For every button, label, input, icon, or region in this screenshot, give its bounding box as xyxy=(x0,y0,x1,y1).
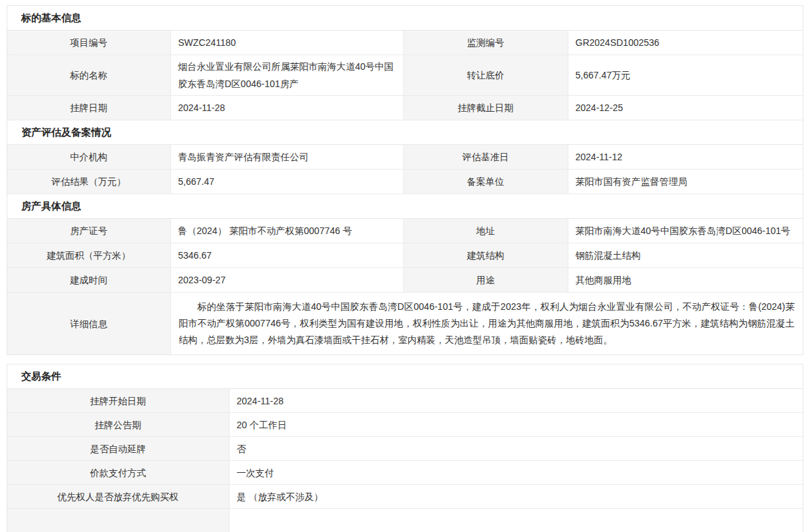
basic-info-table: 项目编号 SWZC241180 监测编号 GR2024SD1002536 标的名… xyxy=(7,31,803,120)
field-label-cutoff xyxy=(7,509,229,532)
field-label-appraisal-base-date: 评估基准日 xyxy=(403,145,568,170)
field-value-deed-no: 鲁（2024） 莱阳市不动产权第0007746 号 xyxy=(170,219,403,243)
field-value-completion-date: 2023-09-27 xyxy=(170,268,403,293)
field-value-announcement-period: 20 个工作日 xyxy=(229,413,803,437)
field-label-preemptive-right-waiver: 优先权人是否放弃优先购买权 xyxy=(7,485,229,509)
field-value-agency: 青岛振青资产评估有限责任公司 xyxy=(170,145,403,170)
asset-listing-page: 标的基本信息 项目编号 SWZC241180 监测编号 GR2024SD1002… xyxy=(0,0,806,532)
field-label-auto-extension: 是否自动延牌 xyxy=(7,437,229,461)
trade-conditions-table: 挂牌开始日期 2024-11-28 挂牌公告期 20 个工作日 是否自动延牌 否… xyxy=(7,389,803,532)
field-label-detail-info: 详细信息 xyxy=(7,293,170,355)
table-row: 优先权人是否放弃优先购买权 是 （放弃或不涉及） xyxy=(7,485,803,509)
field-value-target-name: 烟台永业置业有限公司所属莱阳市南海大道40号中国胶东香岛湾D区0046-101房… xyxy=(170,55,403,96)
field-label-structure: 建筑结构 xyxy=(403,243,568,268)
field-value-cutoff xyxy=(229,509,803,532)
field-label-deed-no: 房产证号 xyxy=(7,219,170,243)
section-title-trade-conditions: 交易条件 xyxy=(7,364,803,389)
table-row: 价款支付方式 一次支付 xyxy=(7,461,803,485)
table-row: 挂牌日期 2024-11-28 挂牌截止日期 2024-12-25 xyxy=(7,96,803,120)
table-row: 房产证号 鲁（2024） 莱阳市不动产权第0007746 号 地址 莱阳市南海大… xyxy=(7,219,803,243)
field-label-address: 地址 xyxy=(403,219,568,243)
field-label-appraisal-result: 评估结果（万元） xyxy=(7,170,170,194)
table-row: 挂牌开始日期 2024-11-28 xyxy=(7,389,803,413)
field-value-land-use: 其他商服用地 xyxy=(568,268,803,293)
table-row: 建成时间 2023-09-27 用途 其他商服用地 xyxy=(7,268,803,293)
table-row: 项目编号 SWZC241180 监测编号 GR2024SD1002536 xyxy=(7,31,803,55)
field-label-announcement-period: 挂牌公告期 xyxy=(7,413,229,437)
table-row-detail: 详细信息 标的坐落于莱阳市南海大道40号中国胶东香岛湾D区0046-101号，建… xyxy=(7,293,803,355)
field-value-floor-price: 5,667.47万元 xyxy=(568,55,803,96)
field-label-monitor-no: 监测编号 xyxy=(403,31,568,55)
field-label-listing-end-date: 挂牌截止日期 xyxy=(403,96,568,120)
table-row: 标的名称 烟台永业置业有限公司所属莱阳市南海大道40号中国胶东香岛湾D区0046… xyxy=(7,55,803,96)
panel-asset-info: 标的基本信息 项目编号 SWZC241180 监测编号 GR2024SD1002… xyxy=(7,5,803,355)
field-value-appraisal-base-date: 2024-11-12 xyxy=(568,145,803,170)
table-row: 建筑面积（平方米） 5346.67 建筑结构 钢筋混凝土结构 xyxy=(7,243,803,268)
field-label-agency: 中介机构 xyxy=(7,145,170,170)
field-label-listing-date: 挂牌日期 xyxy=(7,96,170,120)
field-label-listing-start-date: 挂牌开始日期 xyxy=(7,389,229,413)
field-value-structure: 钢筋混凝土结构 xyxy=(568,243,803,268)
table-row: 评估结果（万元） 5,667.47 备案单位 莱阳市国有资产监督管理局 xyxy=(7,170,803,194)
field-label-payment-method: 价款支付方式 xyxy=(7,461,229,485)
field-value-monitor-no: GR2024SD1002536 xyxy=(568,31,803,55)
field-value-listing-date: 2024-11-28 xyxy=(170,96,403,120)
field-label-floor-area: 建筑面积（平方米） xyxy=(7,243,170,268)
field-value-project-no: SWZC241180 xyxy=(170,31,403,55)
property-info-table: 房产证号 鲁（2024） 莱阳市不动产权第0007746 号 地址 莱阳市南海大… xyxy=(7,219,803,354)
section-title-appraisal: 资产评估及备案情况 xyxy=(7,120,803,145)
field-value-floor-area: 5346.67 xyxy=(170,243,403,268)
field-value-address: 莱阳市南海大道40号中国胶东香岛湾D区0046-101号 xyxy=(568,219,803,243)
field-label-land-use: 用途 xyxy=(403,268,568,293)
section-title-basic-info: 标的基本信息 xyxy=(7,6,803,31)
field-label-completion-date: 建成时间 xyxy=(7,268,170,293)
appraisal-table: 中介机构 青岛振青资产评估有限责任公司 评估基准日 2024-11-12 评估结… xyxy=(7,145,803,194)
detail-paragraph: 标的坐落于莱阳市南海大道40号中国胶东香岛湾D区0046-101号，建成于202… xyxy=(179,299,795,348)
field-label-project-no: 项目编号 xyxy=(7,31,170,55)
field-value-filing-unit: 莱阳市国有资产监督管理局 xyxy=(568,170,803,194)
field-value-appraisal-result: 5,667.47 xyxy=(170,170,403,194)
field-value-detail-info: 标的坐落于莱阳市南海大道40号中国胶东香岛湾D区0046-101号，建成于202… xyxy=(170,293,803,355)
table-row: 挂牌公告期 20 个工作日 xyxy=(7,413,803,437)
table-row: 是否自动延牌 否 xyxy=(7,437,803,461)
field-label-target-name: 标的名称 xyxy=(7,55,170,96)
table-row: 中介机构 青岛振青资产评估有限责任公司 评估基准日 2024-11-12 xyxy=(7,145,803,170)
field-value-listing-start-date: 2024-11-28 xyxy=(229,389,803,413)
field-label-floor-price: 转让底价 xyxy=(403,55,568,96)
field-value-preemptive-right-waiver: 是 （放弃或不涉及） xyxy=(229,485,803,509)
panel-trade-conditions: 交易条件 挂牌开始日期 2024-11-28 挂牌公告期 20 个工作日 是否自… xyxy=(7,364,803,532)
field-value-auto-extension: 否 xyxy=(229,437,803,461)
field-value-payment-method: 一次支付 xyxy=(229,461,803,485)
field-value-listing-end-date: 2024-12-25 xyxy=(568,96,803,120)
table-row-partial-cutoff xyxy=(7,509,803,532)
section-title-property-info: 房产具体信息 xyxy=(7,194,803,219)
field-label-filing-unit: 备案单位 xyxy=(403,170,568,194)
